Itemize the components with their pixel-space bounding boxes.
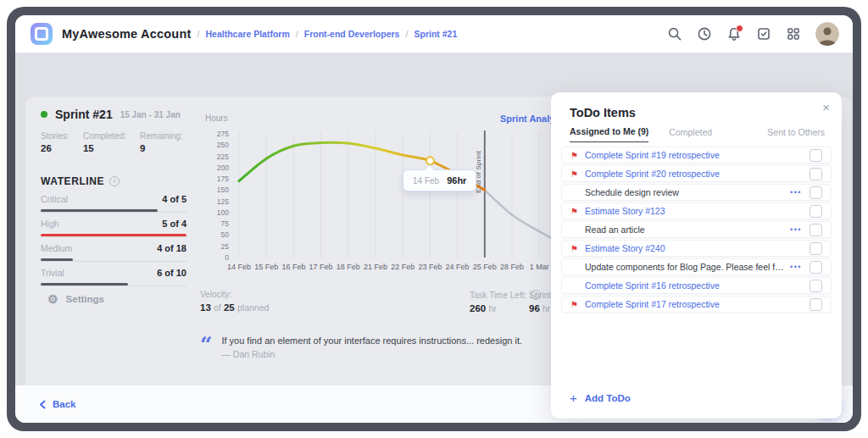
breadcrumb-team[interactable]: Front-end Deverlopers bbox=[304, 29, 400, 39]
waterline-bar-fill bbox=[41, 258, 73, 261]
svg-text:275: 275 bbox=[217, 130, 229, 138]
waterline-bar-fill bbox=[41, 283, 128, 286]
stat-value: 26 bbox=[41, 143, 70, 153]
todo-checkbox[interactable] bbox=[810, 224, 822, 236]
todo-item-label[interactable]: Complete Sprint #20 retrospective bbox=[585, 169, 785, 179]
close-icon[interactable]: × bbox=[822, 101, 830, 114]
todo-item-label[interactable]: Estimate Story #123 bbox=[585, 206, 785, 216]
todo-item[interactable]: ⚑ Complete Sprint #16 retrospective ••• bbox=[561, 277, 832, 294]
breadcrumb-sprint[interactable]: Sprint #21 bbox=[414, 29, 457, 39]
svg-text:15 Feb: 15 Feb bbox=[254, 263, 278, 271]
tab-assigned-to-me[interactable]: Assigned to Me (9) bbox=[570, 126, 648, 142]
todo-item-label[interactable]: Complete Sprint #19 retrospective bbox=[585, 150, 785, 160]
todo-item-label[interactable]: Read an article bbox=[585, 225, 785, 235]
quote-block: “ If you find an element of your interfa… bbox=[200, 335, 522, 359]
todo-checkbox[interactable] bbox=[810, 242, 822, 255]
svg-text:23 Feb: 23 Feb bbox=[418, 263, 442, 271]
tab-completed[interactable]: Completed bbox=[669, 127, 712, 142]
waterline-rows: Critical 4 of 5 High 5 of 4 Medium 4 of … bbox=[41, 194, 186, 292]
todo-item-label[interactable]: Schedule design review bbox=[585, 187, 785, 197]
quote-icon: “ bbox=[200, 338, 212, 359]
todo-item[interactable]: ⚑ Complete Sprint #19 retrospective ••• bbox=[561, 147, 832, 164]
tasks-icon[interactable] bbox=[756, 26, 771, 42]
avatar[interactable] bbox=[815, 22, 839, 46]
todo-panel-title: ToDo Items bbox=[570, 106, 636, 119]
chevron-left-icon bbox=[39, 400, 46, 409]
todo-item[interactable]: ⚑ Estimate Story #123 ••• bbox=[561, 202, 832, 219]
todo-checkbox[interactable] bbox=[810, 261, 822, 274]
history-icon[interactable] bbox=[697, 26, 712, 42]
tooltip-value: 96hr bbox=[447, 175, 466, 186]
todo-checkbox[interactable] bbox=[810, 298, 822, 311]
settings-button[interactable]: ⚙ Settings bbox=[47, 293, 104, 305]
waterline-bar bbox=[41, 209, 186, 213]
top-bar: MyAwesome Account / Healthcare Platform … bbox=[15, 15, 853, 53]
todo-checkbox[interactable] bbox=[810, 186, 822, 199]
svg-text:25 Feb: 25 Feb bbox=[473, 263, 497, 271]
todo-checkbox[interactable] bbox=[810, 205, 822, 218]
svg-text:225: 225 bbox=[217, 152, 229, 161]
header-icons bbox=[667, 22, 839, 46]
todo-checkbox[interactable] bbox=[810, 280, 822, 292]
stat-label: Stories: bbox=[41, 131, 70, 141]
todo-item-label[interactable]: Complete Sprint #17 retrospective bbox=[585, 299, 785, 309]
sprint-header: Sprint #21 15 Jan - 31 Jan bbox=[41, 108, 181, 121]
todo-item[interactable]: ⚑ Complete Sprint #17 retrospective ••• bbox=[561, 296, 832, 313]
todo-tabs: Assigned to Me (9) Completed Sent to Oth… bbox=[570, 126, 825, 142]
gear-icon: ⚙ bbox=[47, 293, 58, 305]
waterline-bar-fill bbox=[41, 234, 186, 236]
waterline-row: Medium 4 of 18 bbox=[41, 243, 186, 262]
more-options-icon[interactable]: ••• bbox=[790, 225, 802, 234]
todo-checkbox[interactable] bbox=[810, 168, 822, 180]
svg-text:16 Feb: 16 Feb bbox=[281, 263, 305, 271]
waterline-label: High bbox=[41, 219, 59, 229]
breadcrumb-separator: / bbox=[405, 29, 408, 39]
tab-sent-to-others[interactable]: Sent to Others bbox=[767, 127, 825, 142]
burndown-chart: Hours Sprint Analytics 14 Feb15 Feb16 Fe… bbox=[197, 114, 561, 291]
flag-icon: ⚑ bbox=[570, 244, 585, 253]
waterline-bar bbox=[41, 283, 186, 286]
waterline-value: 5 of 4 bbox=[162, 219, 186, 229]
stat-value: 9 bbox=[140, 143, 183, 153]
svg-text:14 Feb: 14 Feb bbox=[227, 263, 251, 271]
flag-icon: ⚑ bbox=[570, 207, 585, 216]
waterline-row: Trivial 6 of 10 bbox=[41, 268, 186, 286]
todo-item[interactable]: ⚑ Schedule design review ••• bbox=[561, 184, 832, 201]
todo-checkbox[interactable] bbox=[810, 149, 822, 162]
search-icon[interactable] bbox=[667, 26, 682, 42]
todo-item[interactable]: ⚑ Complete Sprint #20 retrospective ••• bbox=[561, 165, 832, 182]
chart-marker[interactable] bbox=[426, 157, 434, 164]
waterline-title: WATERLINE i bbox=[41, 175, 120, 187]
svg-text:17 Feb: 17 Feb bbox=[309, 263, 333, 271]
svg-text:25: 25 bbox=[221, 242, 230, 251]
app-logo-icon[interactable] bbox=[31, 23, 53, 45]
svg-text:150: 150 bbox=[217, 186, 229, 194]
more-options-icon[interactable]: ••• bbox=[790, 188, 802, 197]
breadcrumb-separator: / bbox=[296, 29, 298, 39]
svg-text:1 Mar: 1 Mar bbox=[530, 263, 549, 271]
sprint-stats: Stories: 26 Completed: 15 Remaining: 9 bbox=[41, 131, 183, 153]
svg-text:22 Feb: 22 Feb bbox=[391, 263, 415, 271]
back-button[interactable]: Back bbox=[39, 399, 76, 409]
todo-item-label[interactable]: Update components for Blog Page. Please … bbox=[585, 262, 785, 272]
stat-value: 15 bbox=[83, 143, 126, 153]
todo-item[interactable]: ⚑ Estimate Story #240 ••• bbox=[561, 240, 832, 257]
todo-item-label[interactable]: Estimate Story #240 bbox=[585, 243, 785, 253]
apps-grid-icon[interactable] bbox=[786, 26, 801, 42]
add-todo-button[interactable]: + Add ToDo bbox=[570, 391, 631, 405]
metric-label: Velocity: bbox=[200, 290, 269, 299]
info-icon[interactable]: i bbox=[109, 176, 120, 186]
svg-text:175: 175 bbox=[217, 175, 229, 183]
metric-velocity: Velocity: 13 of 25 planned bbox=[200, 290, 269, 313]
todo-item[interactable]: ⚑ Update components for Blog Page. Pleas… bbox=[561, 258, 832, 275]
notifications-icon[interactable] bbox=[726, 26, 742, 42]
flag-icon: ⚑ bbox=[570, 169, 585, 179]
waterline-label: Critical bbox=[41, 194, 68, 204]
todo-item[interactable]: ⚑ Read an article ••• bbox=[561, 221, 832, 238]
waterline-row: High 5 of 4 bbox=[41, 219, 186, 237]
todo-item-label[interactable]: Complete Sprint #16 retrospective bbox=[585, 280, 785, 291]
more-options-icon[interactable]: ••• bbox=[790, 263, 802, 271]
breadcrumb-healthcare-platform[interactable]: Healthcare Platform bbox=[206, 29, 290, 39]
svg-text:200: 200 bbox=[217, 164, 229, 172]
notification-badge bbox=[736, 25, 743, 32]
